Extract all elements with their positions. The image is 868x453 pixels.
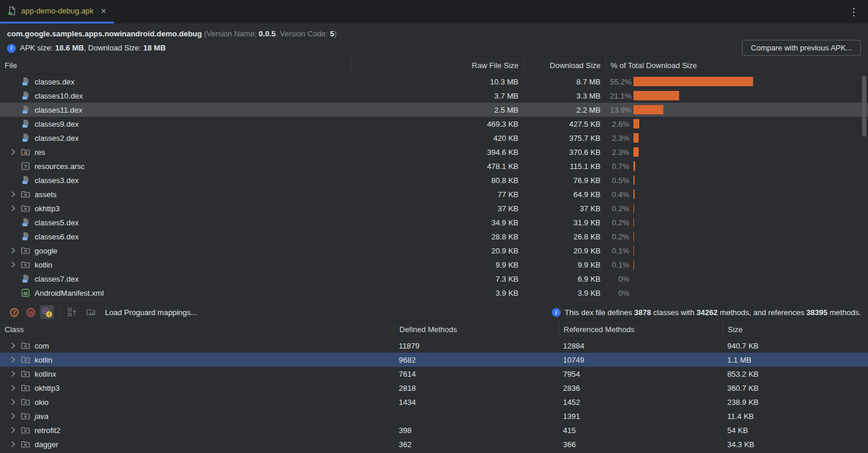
load-proguard-button[interactable]: Load Proguard mappings... [105, 308, 197, 317]
column-header-file[interactable]: File [0, 57, 351, 74]
class-row[interactable]: dagger36236634.3 KB [0, 437, 868, 451]
package-name: dagger [33, 440, 58, 449]
file-row[interactable]: res394.6 KB370.6 KB2.3% [0, 145, 868, 159]
download-size-value: 18 MB [143, 43, 165, 52]
file-row[interactable]: google20.9 KB20.9 KB0.1% [0, 244, 868, 258]
package-size: 54 KB [723, 423, 868, 437]
raw-file-size: 7.3 KB [351, 272, 523, 286]
chevron-right-icon[interactable] [8, 425, 18, 435]
file-row[interactable]: 01classes3.dex80.8 KB76.9 KB0.5% [0, 173, 868, 187]
apk-info-header: com.google.samples.apps.nowinandroid.dem… [0, 23, 868, 57]
chevron-right-icon[interactable] [8, 147, 18, 157]
pct-bar [633, 119, 639, 129]
pct-of-download: 0.5% [610, 176, 633, 185]
dex-file-icon: 01 [21, 77, 30, 86]
svg-text:01: 01 [23, 110, 27, 114]
download-size: 20.9 KB [523, 244, 605, 258]
compare-apk-button[interactable]: Compare with previous APK... [742, 40, 861, 56]
file-row[interactable]: ?resources.arsc478.1 KB115.1 KB0.7% [0, 159, 868, 173]
raw-file-size: 420 KB [351, 131, 523, 145]
file-row[interactable]: kotlin9.9 KB9.9 KB0.1% [0, 258, 868, 272]
chevron-right-icon[interactable] [8, 355, 18, 364]
chevron-right-icon[interactable] [8, 204, 18, 213]
dex-file-icon: 01 [21, 232, 30, 241]
chevron-right-icon[interactable] [8, 190, 18, 199]
scrollbar-thumb[interactable] [862, 76, 866, 137]
package-size: 11.4 KB [723, 409, 868, 423]
class-row[interactable]: retrofit239841554 KB [0, 423, 868, 437]
download-size: 115.1 KB [523, 159, 605, 173]
pct-bar [633, 218, 634, 227]
show-fields-button[interactable]: f [7, 305, 21, 319]
chevron-right-icon[interactable] [8, 411, 18, 421]
defined-methods [394, 409, 558, 423]
tab-apk-file[interactable]: app-demo-debug.apk ✕ [0, 0, 114, 23]
show-methods-button[interactable]: m [23, 305, 38, 319]
close-icon[interactable]: ✕ [101, 7, 107, 15]
svg-text:01: 01 [23, 82, 27, 86]
column-header-download-size[interactable]: Download Size [523, 57, 605, 74]
package-size: 238.9 KB [723, 395, 868, 409]
class-row[interactable]: okhttp328182836360.7 KB [0, 381, 868, 395]
file-row[interactable]: 01classes5.dex34.9 KB31.9 KB0.2% [0, 215, 868, 229]
class-row[interactable]: kotlinx76147954853.2 KB [0, 367, 868, 381]
column-header-defined-methods[interactable]: Defined Methods [394, 321, 558, 338]
package-folder-icon [21, 411, 30, 421]
chevron-right-icon[interactable] [8, 341, 18, 350]
column-header-class[interactable]: Class [0, 321, 394, 338]
class-row[interactable]: java139111.4 KB [0, 409, 868, 423]
kebab-menu-icon[interactable]: ⋮ [849, 0, 859, 23]
download-size: 375.7 KB [523, 131, 605, 145]
column-header-size[interactable]: Size [723, 321, 868, 338]
pct-bar [633, 147, 639, 157]
referenced-methods: 12884 [558, 339, 723, 353]
file-row[interactable]: 01classes11.dex2.5 MB2.2 MB13.9% [0, 103, 868, 117]
chevron-right-icon[interactable] [8, 383, 18, 393]
download-size: 8.7 MB [523, 75, 605, 89]
class-row[interactable]: kotlin9682107491.1 MB [0, 353, 868, 367]
expand-tree-button[interactable] [65, 305, 79, 319]
file-row[interactable]: 01classes.dex10.3 MB8.7 MB55.2% [0, 75, 868, 89]
file-row[interactable]: assets77 KB64.9 KB0.4% [0, 187, 868, 201]
file-row[interactable]: 01classes9.dex469.3 KB427.5 KB2.6% [0, 117, 868, 131]
file-table-header: File Raw File Size Download Size % of To… [0, 57, 868, 75]
referenced-methods: 7954 [558, 367, 723, 381]
chevron-right-icon[interactable] [8, 440, 18, 449]
show-all-classes-button[interactable]: mf [40, 305, 54, 319]
package-names-button[interactable]: a.b [84, 305, 98, 319]
chevron-right-icon[interactable] [8, 397, 18, 407]
svg-text:01: 01 [23, 237, 27, 241]
column-header-pct-download[interactable]: % of Total Download Size [605, 57, 868, 74]
raw-file-size: 3.7 MB [351, 89, 523, 103]
class-row[interactable]: com1187912884940.7 KB [0, 339, 868, 353]
column-header-referenced-methods[interactable]: Referenced Methods [558, 321, 723, 338]
download-size: 3.3 MB [523, 89, 605, 103]
chevron-right-icon[interactable] [8, 246, 18, 255]
file-row[interactable]: 01classes6.dex28.8 KB26.8 KB0.2% [0, 229, 868, 244]
raw-file-size: 469.3 KB [351, 117, 523, 131]
dex-file-icon: 01 [21, 218, 30, 227]
svg-text:01: 01 [23, 138, 27, 142]
chevron-right-icon[interactable] [8, 260, 18, 269]
class-row[interactable]: okio14341452238.9 KB [0, 395, 868, 409]
file-row[interactable]: MAndroidManifest.xml3.9 KB3.9 KB0% [0, 286, 868, 300]
pct-of-download: 0.1% [610, 246, 633, 255]
dex-references-count: 38395 [806, 308, 828, 317]
package-folder-icon [21, 425, 30, 435]
file-name: classes2.dex [33, 134, 79, 143]
file-row[interactable]: okhttp337 KB37 KB0.2% [0, 201, 868, 215]
dex-file-icon: 01 [21, 119, 30, 129]
file-row[interactable]: 01classes2.dex420 KB375.7 KB2.3% [0, 131, 868, 145]
dex-file-icon: 01 [21, 175, 30, 185]
download-size: 427.5 KB [523, 117, 605, 131]
raw-file-size: 80.8 KB [351, 173, 523, 187]
chevron-right-icon[interactable] [8, 369, 18, 378]
package-size: 360.7 KB [723, 381, 868, 395]
file-row[interactable]: 01classes10.dex3.7 MB3.3 MB21.1% [0, 89, 868, 103]
column-header-raw-size[interactable]: Raw File Size [351, 57, 523, 74]
pct-of-download: 21.1% [610, 92, 633, 100]
svg-text:01: 01 [23, 124, 27, 128]
file-name: resources.arsc [33, 162, 84, 171]
file-row[interactable]: 01classes7.dex7.3 KB6.9 KB0% [0, 272, 868, 286]
folder-icon [21, 246, 30, 255]
